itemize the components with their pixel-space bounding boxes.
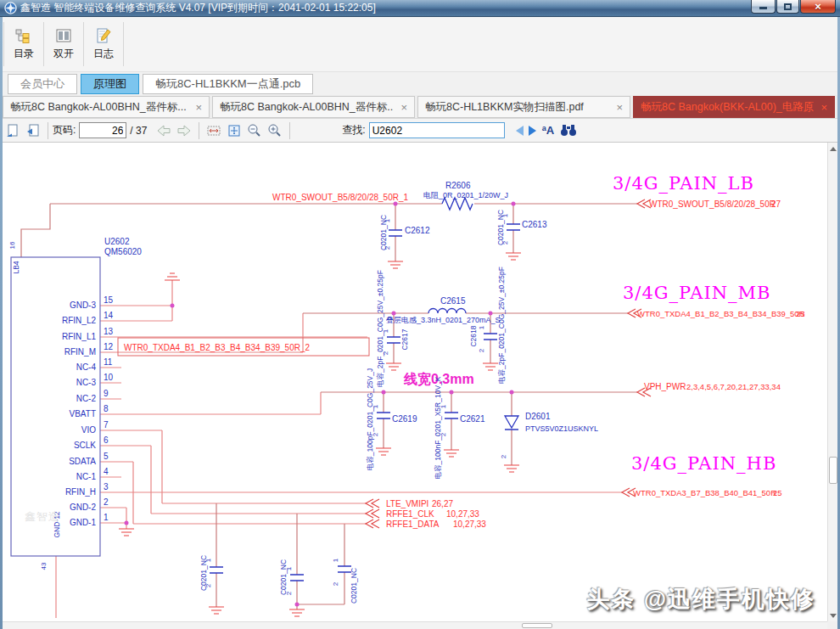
search-all-button[interactable] <box>557 124 580 137</box>
next-page-button[interactable] <box>174 124 194 138</box>
svg-text:电容_2pF_0201_C0G_25V_±0.25pF: 电容_2pF_0201_C0G_25V_±0.25pF <box>497 267 506 384</box>
doc-tab-4-close-icon[interactable]: × <box>820 102 827 113</box>
doc-tab-1-label: 畅玩8C Bangkok-AL00BHN_器件标... <box>10 100 188 115</box>
zoom-out-button[interactable] <box>244 123 265 138</box>
doc-tab-1[interactable]: 畅玩8C Bangkok-AL00BHN_器件标... × <box>3 96 210 118</box>
svg-text:14: 14 <box>104 311 114 320</box>
find-input[interactable] <box>369 122 505 138</box>
r2606-spec: 电阻_0R_0201_1/20W_J <box>423 191 508 199</box>
svg-text:9: 9 <box>104 389 109 398</box>
find-next-button[interactable] <box>526 126 539 136</box>
svg-text:1: 1 <box>440 404 447 408</box>
svg-text:1: 1 <box>478 325 485 329</box>
tab-pcb-file-label: 畅玩8C-HL1BKKM一点通.pcb <box>155 76 300 92</box>
svg-text:10: 10 <box>104 373 114 382</box>
svg-text:VIO: VIO <box>81 425 96 435</box>
vertical-scrollbar[interactable] <box>827 143 837 621</box>
schematic-canvas[interactable]: 鑫智造 <box>3 143 827 621</box>
fit-width-button[interactable] <box>204 123 224 138</box>
page-import-button[interactable] <box>23 123 43 138</box>
net-rffe1-data-pages: 10,27,33 <box>453 519 486 529</box>
doc-tab-3-close-icon[interactable]: × <box>616 102 623 113</box>
dual-open-button-label: 双开 <box>53 47 74 61</box>
c2615-refdes: C2615 <box>440 296 466 306</box>
vertical-scrollbar-thumb[interactable] <box>829 457 837 484</box>
horizontal-scrollbar-thumb[interactable] <box>522 623 552 628</box>
svg-text:RFIN_L1: RFIN_L1 <box>62 332 96 341</box>
svg-text:2: 2 <box>372 432 379 436</box>
svg-text:VBATT: VBATT <box>70 409 96 418</box>
find-previous-button[interactable] <box>513 126 526 136</box>
d2601-refdes: D2601 <box>525 412 551 421</box>
tab-member-center[interactable]: 会员中心 <box>8 74 77 94</box>
svg-text:8: 8 <box>104 404 109 413</box>
log-button[interactable]: 日志 <box>85 20 122 68</box>
svg-text:C2618: C2618 <box>469 325 478 346</box>
forward-arrow-icon <box>176 124 192 138</box>
scroll-down-button[interactable] <box>828 609 838 621</box>
schematic-drawing: U2602 QM56020 LB4 16 GND-12 43 GND-3 RFI… <box>3 143 827 621</box>
off-page-connector-icons <box>366 199 651 528</box>
zoom-in-button[interactable] <box>265 123 285 138</box>
svg-text:2: 2 <box>104 497 109 507</box>
net-label-rffe1-clk: RFFE1_CLK <box>386 509 434 519</box>
svg-text:2: 2 <box>285 591 293 595</box>
svg-text:1: 1 <box>501 213 509 217</box>
net-label-vph-pwr: VPH_PWR <box>644 382 686 391</box>
tab-schematic-label: 原理图 <box>93 76 126 92</box>
svg-text:2: 2 <box>478 348 485 352</box>
main-toolbar: 目录 双开 日志 <box>3 17 837 72</box>
resistor-r2606-symbol <box>442 198 473 210</box>
doc-tab-1-close-icon[interactable]: × <box>195 102 202 113</box>
capacitor-pin-digits: 1 2 1 2 1 2 1 2 1 2 1 2 2 1 2 1 2 1 2 <box>204 213 509 595</box>
section-title-pain-mb: 3/4G_PAIN_MB <box>623 283 771 303</box>
horizontal-scrollbar[interactable] <box>3 621 827 629</box>
close-button[interactable]: × <box>800 0 836 14</box>
page-number-input[interactable] <box>79 122 126 138</box>
zoom-in-icon <box>267 123 283 138</box>
log-button-label: 日志 <box>93 47 114 61</box>
tab-pcb-file[interactable]: 畅玩8C-HL1BKKM一点通.pcb <box>143 74 313 94</box>
c2612-refdes: C2612 <box>405 226 430 235</box>
page-import-icon <box>25 123 41 138</box>
svg-text:C0201_NC: C0201_NC <box>279 559 288 595</box>
svg-text:11: 11 <box>104 357 113 367</box>
net-label-rffe1-data: RFFE1_DATA <box>386 519 440 529</box>
scroll-up-button[interactable] <box>828 143 838 154</box>
match-case-button[interactable]: aA <box>539 124 557 137</box>
doc-tab-3[interactable]: 畅玩8C-HL1BKKM实物扫描图.pdf × <box>417 96 630 118</box>
fit-page-button[interactable] <box>224 123 244 138</box>
page-export-icon <box>5 123 20 138</box>
net-label-swout1: WTR0_SWOUT_B5/8/20/28_50R_1 <box>272 193 409 202</box>
tab-schematic[interactable]: 原理图 <box>81 74 139 94</box>
app-logo-icon <box>4 2 17 14</box>
c2619-refdes: C2619 <box>392 414 417 424</box>
c2621-refdes: C2621 <box>460 414 485 424</box>
title-bar: 鑫智造 智能终端设备维修查询系统 V4.07 [VIP到期时间：2041-02-… <box>0 0 840 17</box>
net-rffe1-clk-pages: 10,27,33 <box>446 509 479 519</box>
doc-tab-3-label: 畅玩8C-HL1BKKM实物扫描图.pdf <box>425 100 609 115</box>
net-vph-pages: 2,3,4,5,6,7,20,21,27,33,34 <box>686 382 781 391</box>
back-arrow-icon <box>156 124 171 138</box>
doc-tab-4-active[interactable]: 畅玩8C Bangkok(BKK-AL00)_电路原 ... × <box>633 96 835 118</box>
minimize-button[interactable] <box>751 0 776 14</box>
maximize-button[interactable] <box>776 0 799 14</box>
svg-text:NC-4: NC-4 <box>76 362 97 372</box>
svg-text:RFIN_H: RFIN_H <box>65 487 96 497</box>
svg-text:RFIN_L2: RFIN_L2 <box>62 316 96 325</box>
page-export-button[interactable] <box>3 123 23 138</box>
doc-tab-2[interactable]: 畅玩8C Bangkok-AL00BHN_器件标... × <box>212 96 415 118</box>
chip-pin16-number: 16 <box>8 241 16 249</box>
dual-open-button[interactable]: 双开 <box>45 20 82 68</box>
svg-text:6: 6 <box>104 435 109 445</box>
primary-tab-bar: 会员中心 原理图 畅玩8C-HL1BKKM一点通.pcb <box>3 72 837 95</box>
previous-page-button[interactable] <box>154 124 174 138</box>
svg-text:4: 4 <box>104 467 109 476</box>
svg-text:GND-1: GND-1 <box>70 518 97 527</box>
svg-text:GND-3: GND-3 <box>70 300 97 310</box>
net-label-txda4: WTR0_TXDA4_B1_B2_B3_B4_B34_B39_50R <box>637 309 805 318</box>
doc-tab-2-close-icon[interactable]: × <box>400 102 407 113</box>
svg-text:C2617: C2617 <box>400 329 409 350</box>
svg-text:GND-2: GND-2 <box>70 503 97 512</box>
directory-button[interactable]: 目录 <box>5 20 42 68</box>
